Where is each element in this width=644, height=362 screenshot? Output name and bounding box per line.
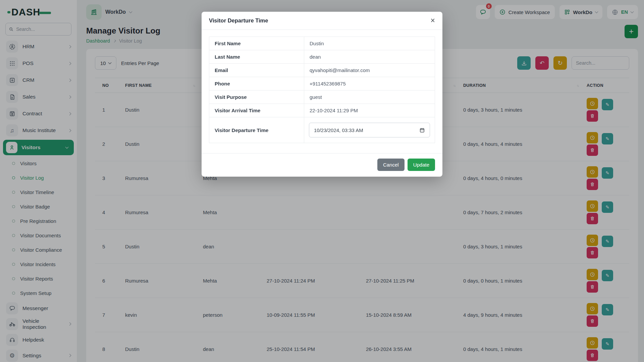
modal-title: Visitor Departure Time xyxy=(209,17,268,24)
info-label: Visitor Arrival Time xyxy=(209,104,304,117)
calendar-icon xyxy=(419,127,425,133)
info-label: Last Name xyxy=(209,50,304,64)
info-row: Last Name dean xyxy=(209,50,435,64)
departure-datetime-input[interactable]: 10/23/2024, 03:33 AM xyxy=(309,123,430,137)
departure-time-row: Visitor Departure Time 10/23/2024, 03:33… xyxy=(209,117,435,143)
visitor-info-table: First Name Dustin Last Name dean Email q… xyxy=(209,37,435,143)
cancel-button[interactable]: Cancel xyxy=(377,159,405,171)
modal-header: Visitor Departure Time × xyxy=(202,12,442,30)
info-value: 22-10-2024 11:29 PM xyxy=(304,104,435,117)
info-label: Visitor Departure Time xyxy=(209,117,304,143)
info-row: First Name Dustin xyxy=(209,37,435,50)
modal-body: First Name Dustin Last Name dean Email q… xyxy=(202,30,442,153)
info-label: Visit Purpose xyxy=(209,90,304,104)
info-label: First Name xyxy=(209,37,304,50)
info-label: Phone xyxy=(209,77,304,90)
info-row: Visitor Arrival Time 22-10-2024 11:29 PM xyxy=(209,104,435,117)
modal-footer: Cancel Update xyxy=(202,153,442,177)
update-button[interactable]: Update xyxy=(408,159,435,171)
modal-close-button[interactable]: × xyxy=(431,17,435,24)
info-label: Email xyxy=(209,64,304,77)
info-row: Phone +911452369875 xyxy=(209,77,435,90)
info-value: qyvahopiti@mailinator.com xyxy=(304,64,435,77)
visitor-departure-modal: Visitor Departure Time × First Name Dust… xyxy=(202,12,442,177)
info-row: Visit Purpose guest xyxy=(209,90,435,104)
info-value: +911452369875 xyxy=(304,77,435,90)
info-value: Dustin xyxy=(304,37,435,50)
info-row: Email qyvahopiti@mailinator.com xyxy=(209,64,435,77)
info-value: guest xyxy=(304,90,435,104)
info-value: dean xyxy=(304,50,435,64)
